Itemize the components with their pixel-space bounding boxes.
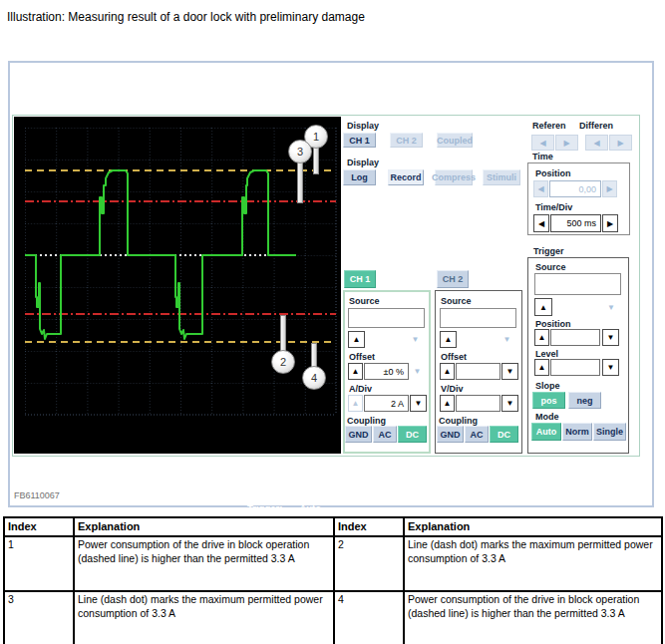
trigger-level-down-button[interactable]: ▼ bbox=[602, 359, 619, 376]
trigger-level-field[interactable] bbox=[550, 359, 600, 376]
ch1-source-up-button[interactable]: ▲ bbox=[348, 331, 365, 348]
legend-table: Index Explanation Index Explanation 1 Po… bbox=[3, 516, 663, 644]
compress-button[interactable]: Compress bbox=[435, 169, 473, 185]
reference-prev-button[interactable]: ◀ bbox=[531, 135, 554, 151]
left-arrow-icon: ◀ bbox=[538, 219, 544, 228]
ch2-coupling-ac-button[interactable]: AC bbox=[465, 426, 489, 443]
ch2-tab-button[interactable]: CH 2 bbox=[437, 270, 469, 288]
index-cell: 2 bbox=[334, 536, 404, 591]
ch2-offset-down-button[interactable]: ▼ bbox=[501, 363, 518, 380]
trigger-position-field[interactable] bbox=[550, 329, 600, 346]
ch1-adiv-field[interactable]: 2 A bbox=[364, 395, 409, 412]
trigger-source-label: Source bbox=[535, 262, 566, 272]
ch2-coupling-gnd-button[interactable]: GND bbox=[437, 426, 464, 443]
figure-code: FB6110067 bbox=[14, 490, 60, 500]
time-position-decrement-button[interactable]: ◀ bbox=[533, 180, 548, 197]
record-button[interactable]: Record bbox=[388, 169, 424, 185]
ch2-vdiv-up-button[interactable]: ▲ bbox=[440, 395, 455, 412]
ch2-vdiv-down-button[interactable]: ▼ bbox=[501, 395, 518, 412]
mode-auto-button[interactable]: Auto bbox=[531, 423, 561, 441]
ch2-coupling-label: Coupling bbox=[439, 416, 478, 426]
trigger-position-up-button[interactable]: ▲ bbox=[534, 329, 549, 346]
left-arrow-icon: ◀ bbox=[537, 184, 543, 193]
callout-4-number: 4 bbox=[311, 372, 317, 384]
difference-next-button[interactable]: ▶ bbox=[609, 135, 632, 151]
callout-3-stem bbox=[297, 161, 303, 203]
ch2-source-label: Source bbox=[441, 296, 472, 306]
timediv-field[interactable]: 500 ms bbox=[550, 214, 601, 232]
up-arrow-icon: ▲ bbox=[444, 367, 452, 376]
down-arrow-icon: ▼ bbox=[607, 363, 615, 372]
ch1-adiv-label: A/Div bbox=[349, 384, 372, 394]
ch1-coupling-dc-button[interactable]: DC bbox=[398, 426, 427, 443]
difference-label: Differen bbox=[579, 121, 613, 131]
ch2-coupling-dc-button[interactable]: DC bbox=[490, 426, 518, 443]
legend-row-1-2: 1 Power consumption of the drive in bloc… bbox=[4, 536, 662, 591]
index-cell: 1 bbox=[4, 536, 74, 591]
display-modes-label: Display bbox=[347, 158, 379, 167]
trigger-level-up-button[interactable]: ▲ bbox=[534, 359, 549, 376]
up-arrow-icon: ▲ bbox=[353, 335, 361, 344]
down-arrow-icon: ▼ bbox=[503, 335, 511, 344]
mode-single-button[interactable]: Single bbox=[593, 423, 626, 441]
ch2-offset-field[interactable] bbox=[456, 363, 500, 380]
ch1-source-down-button[interactable]: ▼ bbox=[407, 331, 424, 348]
slope-neg-button[interactable]: neg bbox=[568, 392, 601, 409]
reference-next-button[interactable]: ▶ bbox=[555, 135, 578, 151]
measurement-app: Illustration: Measuring result of a door… bbox=[0, 0, 665, 644]
ch1-offset-field[interactable]: ±0 % bbox=[364, 363, 409, 380]
difference-prev-button[interactable]: ◀ bbox=[585, 135, 608, 151]
timediv-decrement-button[interactable]: ◀ bbox=[533, 214, 549, 232]
trigger-position-label: Position bbox=[535, 319, 571, 329]
time-position-field[interactable]: 0,00 bbox=[549, 180, 601, 197]
ch2-source-down-button[interactable]: ▼ bbox=[499, 331, 515, 348]
ch1-adiv-down-button[interactable]: ▼ bbox=[410, 395, 427, 412]
display-coupled-button[interactable]: Coupled bbox=[437, 133, 473, 148]
callout-2-stem bbox=[280, 315, 286, 353]
mode-norm-button[interactable]: Norm bbox=[562, 423, 592, 441]
up-arrow-icon: ▲ bbox=[538, 333, 546, 342]
trigger-group-label: Trigger bbox=[533, 246, 564, 256]
explanation-header: Explanation bbox=[74, 517, 334, 536]
display-ch2-button[interactable]: CH 2 bbox=[390, 133, 423, 148]
left-arrow-icon: ◀ bbox=[539, 139, 545, 148]
up-arrow-icon: ▲ bbox=[538, 363, 546, 372]
ch1-tab-button[interactable]: CH 1 bbox=[344, 270, 376, 288]
ch1-offset-down-button[interactable]: ▼ bbox=[410, 363, 425, 380]
callout-3: 3 bbox=[288, 140, 312, 163]
down-arrow-icon: ▼ bbox=[607, 333, 615, 342]
ch2-source-up-button[interactable]: ▲ bbox=[440, 331, 457, 348]
ch1-offset-up-button[interactable]: ▲ bbox=[348, 363, 363, 380]
ch2-vdiv-field[interactable] bbox=[456, 395, 500, 412]
down-arrow-icon: ▼ bbox=[414, 367, 422, 376]
time-position-label: Position bbox=[535, 168, 571, 178]
ch2-source-field[interactable] bbox=[440, 308, 516, 328]
timediv-label: Time/Div bbox=[535, 202, 572, 212]
ch1-coupling-ac-button[interactable]: AC bbox=[373, 426, 397, 443]
page-title: Illustration: Measuring result of a door… bbox=[7, 10, 365, 24]
ch1-coupling-gnd-button[interactable]: GND bbox=[345, 426, 372, 443]
trigger-status-value: Auto bbox=[299, 502, 321, 513]
up-arrow-icon: ▲ bbox=[352, 367, 360, 376]
up-arrow-icon: ▲ bbox=[444, 399, 452, 408]
callout-3-number: 3 bbox=[297, 146, 303, 158]
callout-1-number: 1 bbox=[313, 131, 319, 143]
trigger-source-down-button[interactable]: ▼ bbox=[602, 298, 620, 316]
timediv-increment-button[interactable]: ▶ bbox=[602, 214, 618, 232]
explanation-cell: Line (dash dot) marks the maximum permit… bbox=[404, 536, 662, 591]
down-arrow-icon: ▼ bbox=[506, 399, 514, 408]
ch2-offset-up-button[interactable]: ▲ bbox=[440, 363, 455, 380]
stimuli-button[interactable]: Stimuli bbox=[483, 169, 520, 185]
time-position-increment-button[interactable]: ▶ bbox=[602, 180, 617, 197]
oscilloscope-display: Trigger: Auto bbox=[14, 117, 341, 454]
trigger-source-field[interactable] bbox=[534, 273, 621, 295]
ch1-adiv-up-button[interactable]: ▲ bbox=[348, 395, 363, 412]
callout-4: 4 bbox=[302, 366, 326, 390]
display-ch1-button[interactable]: CH 1 bbox=[343, 133, 376, 148]
ch1-source-label: Source bbox=[349, 296, 380, 306]
slope-pos-button[interactable]: pos bbox=[532, 392, 565, 409]
ch1-source-field[interactable] bbox=[348, 308, 425, 328]
log-button[interactable]: Log bbox=[343, 169, 376, 185]
trigger-position-down-button[interactable]: ▼ bbox=[602, 329, 619, 346]
trigger-source-up-button[interactable]: ▲ bbox=[534, 298, 552, 316]
